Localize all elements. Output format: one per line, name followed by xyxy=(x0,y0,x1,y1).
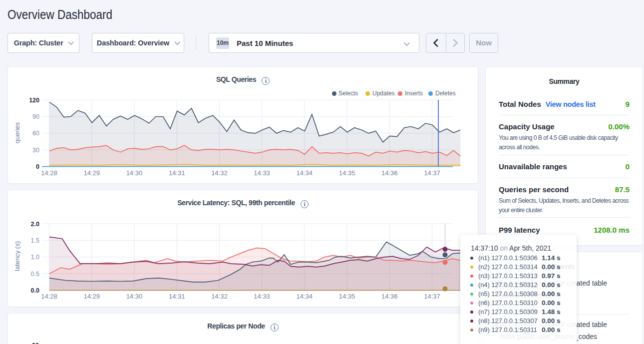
svg-text:14:33: 14:33 xyxy=(254,293,270,300)
svg-text:0: 0 xyxy=(36,163,39,170)
svg-text:14:33: 14:33 xyxy=(254,169,270,177)
svg-text:14:36: 14:36 xyxy=(381,169,398,177)
svg-text:queries: queries xyxy=(13,122,21,143)
svg-text:1.0: 1.0 xyxy=(31,254,39,261)
svg-text:30: 30 xyxy=(32,147,39,154)
svg-text:14:31: 14:31 xyxy=(169,169,185,177)
svg-text:14:29: 14:29 xyxy=(83,169,100,177)
svg-text:14:30: 14:30 xyxy=(126,293,143,300)
svg-text:14:35: 14:35 xyxy=(339,169,355,177)
svg-text:14:34: 14:34 xyxy=(297,169,313,177)
svg-text:60: 60 xyxy=(32,130,39,137)
svg-text:14:36: 14:36 xyxy=(381,293,398,300)
svg-text:14:29: 14:29 xyxy=(83,293,100,300)
svg-text:0.5: 0.5 xyxy=(31,271,39,278)
svg-text:14:31: 14:31 xyxy=(169,293,185,300)
svg-text:14:37: 14:37 xyxy=(424,169,440,177)
svg-text:14:32: 14:32 xyxy=(211,293,228,300)
svg-text:120: 120 xyxy=(29,97,39,104)
svg-text:14:34: 14:34 xyxy=(297,293,313,300)
svg-text:14:35: 14:35 xyxy=(339,293,355,300)
svg-text:14:28: 14:28 xyxy=(41,293,57,300)
svg-text:1.5: 1.5 xyxy=(31,237,39,244)
svg-text:90: 90 xyxy=(32,113,39,120)
svg-text:0.0: 0.0 xyxy=(31,287,39,294)
svg-text:2.0: 2.0 xyxy=(31,221,39,228)
svg-text:14:37: 14:37 xyxy=(424,293,440,300)
svg-text:latency (s): latency (s) xyxy=(13,241,21,271)
svg-text:14:28: 14:28 xyxy=(41,169,57,177)
svg-text:14:32: 14:32 xyxy=(211,169,228,177)
svg-text:14:30: 14:30 xyxy=(126,169,143,177)
